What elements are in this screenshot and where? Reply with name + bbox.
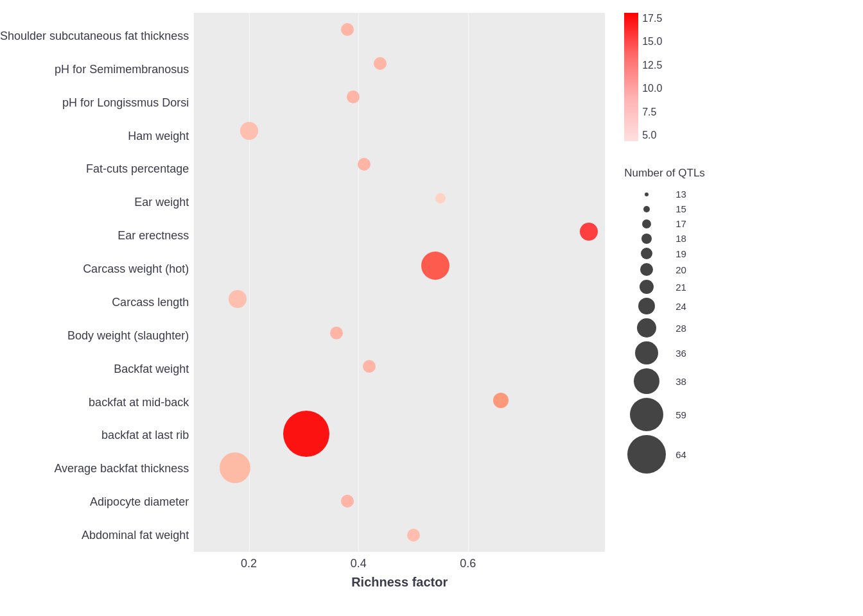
color-legend-label: 7.5 — [642, 107, 662, 118]
size-legend-dot — [645, 193, 649, 196]
size-legend-item: 24 — [624, 298, 705, 314]
plot-area — [194, 13, 605, 552]
y-label-14: Adipocyte diameter — [90, 485, 189, 518]
x-tick-label: 0.4 — [351, 557, 367, 570]
bubble-dot — [358, 158, 370, 171]
size-legend-item: 64 — [624, 435, 705, 474]
legend-area: 17.515.012.510.07.55.0 Number of QTLs 13… — [624, 13, 705, 474]
y-label-1: pH for Semimembranosus — [55, 53, 189, 86]
size-legend-label: 64 — [676, 449, 686, 460]
size-legend-item: 28 — [624, 318, 705, 338]
size-legend-label: 24 — [676, 301, 686, 312]
size-legend: Number of QTLs 1315171819202124283638596… — [624, 167, 705, 474]
color-legend-label: 17.5 — [642, 13, 662, 24]
y-label-0: Shoulder subcutaneous fat thickness — [0, 19, 189, 53]
color-legend-label: 15.0 — [642, 36, 662, 47]
size-legend-label: 19 — [676, 248, 686, 259]
bubble-dot — [435, 193, 446, 203]
size-legend-dot — [640, 280, 654, 294]
dot-container — [624, 341, 669, 364]
size-legend-label: 13 — [676, 189, 686, 200]
bubble-dot — [421, 252, 449, 280]
size-legend-item: 38 — [624, 368, 705, 394]
color-legend-label: 5.0 — [642, 130, 662, 141]
y-axis-labels: Shoulder subcutaneous fat thicknesspH fo… — [0, 13, 194, 552]
size-legend-label: 28 — [676, 323, 686, 334]
y-label-8: Carcass length — [112, 286, 189, 319]
dot-container — [624, 368, 669, 394]
y-label-3: Ham weight — [128, 119, 189, 153]
bubble-dot — [330, 327, 343, 339]
bubble-dot — [363, 360, 376, 373]
size-legend-label: 36 — [676, 348, 686, 359]
size-legend-item: 20 — [624, 263, 705, 276]
dot-container — [624, 435, 669, 474]
bubble-dot — [341, 23, 354, 36]
size-legend-dot — [634, 368, 659, 394]
bubble-dot — [347, 90, 360, 103]
dot-container — [624, 248, 669, 259]
y-label-4: Fat-cuts percentage — [86, 153, 189, 186]
size-legend-item: 18 — [624, 233, 705, 244]
y-label-10: Backfat weight — [114, 352, 189, 386]
bubble-dot — [229, 290, 247, 308]
dot-container — [624, 318, 669, 338]
dot-container — [624, 234, 669, 244]
y-label-15: Abdominal fat weight — [82, 518, 189, 552]
size-legend-dot — [641, 234, 652, 244]
y-label-11: backfat at mid-back — [89, 386, 189, 419]
size-legend-dot — [642, 219, 651, 228]
dot-container — [624, 206, 669, 212]
size-legend-item: 36 — [624, 341, 705, 364]
y-label-6: Ear erectness — [118, 219, 189, 252]
color-legend: 17.515.012.510.07.55.0 — [624, 13, 705, 141]
dot-container — [624, 193, 669, 196]
size-legend-item: 19 — [624, 248, 705, 259]
x-tick-label: 0.2 — [241, 557, 257, 570]
size-legend-title: Number of QTLs — [624, 167, 705, 180]
bubble-dot — [283, 411, 329, 457]
size-legend-item: 17 — [624, 218, 705, 229]
size-legend-items: 13151718192021242836385964 — [624, 189, 705, 474]
size-legend-label: 38 — [676, 376, 686, 387]
size-legend-item: 21 — [624, 280, 705, 294]
size-legend-dot — [637, 318, 656, 338]
dot-container — [624, 219, 669, 228]
dot-container — [624, 263, 669, 276]
size-legend-label: 20 — [676, 264, 686, 275]
x-tick-label: 0.6 — [460, 557, 476, 570]
bubble-dot — [580, 223, 598, 241]
x-gridline — [468, 13, 469, 552]
size-legend-label: 18 — [676, 233, 686, 244]
chart-container: Shoulder subcutaneous fat thicknesspH fo… — [0, 0, 863, 616]
y-label-2: pH for Longissmus Dorsi — [62, 86, 189, 119]
dot-container — [624, 398, 669, 431]
dot-container — [624, 298, 669, 314]
size-legend-dot — [643, 206, 650, 212]
size-legend-dot — [630, 398, 663, 431]
bubble-dot — [240, 122, 258, 140]
y-label-12: backfat at last rib — [101, 419, 189, 452]
y-label-5: Ear weight — [134, 185, 189, 219]
bubble-dot — [493, 393, 509, 408]
size-legend-dot — [635, 341, 658, 364]
size-legend-label: 21 — [676, 282, 686, 293]
size-legend-dot — [640, 263, 653, 276]
color-legend-label: 10.0 — [642, 83, 662, 94]
size-legend-dot — [627, 435, 666, 474]
size-legend-item: 59 — [624, 398, 705, 431]
bubble-dot — [407, 529, 420, 542]
size-legend-item: 13 — [624, 189, 705, 200]
bubble-dot — [341, 495, 354, 508]
color-legend-label: 12.5 — [642, 60, 662, 71]
size-legend-label: 15 — [676, 203, 686, 214]
size-legend-dot — [638, 298, 655, 314]
size-legend-label: 17 — [676, 218, 686, 229]
dot-container — [624, 280, 669, 294]
color-bar — [624, 13, 638, 141]
x-axis-title: Richness factor — [194, 575, 605, 590]
size-legend-item: 15 — [624, 203, 705, 214]
bubble-dot — [220, 452, 250, 483]
bubble-dot — [374, 57, 387, 70]
y-label-13: Average backfat thickness — [54, 452, 189, 485]
